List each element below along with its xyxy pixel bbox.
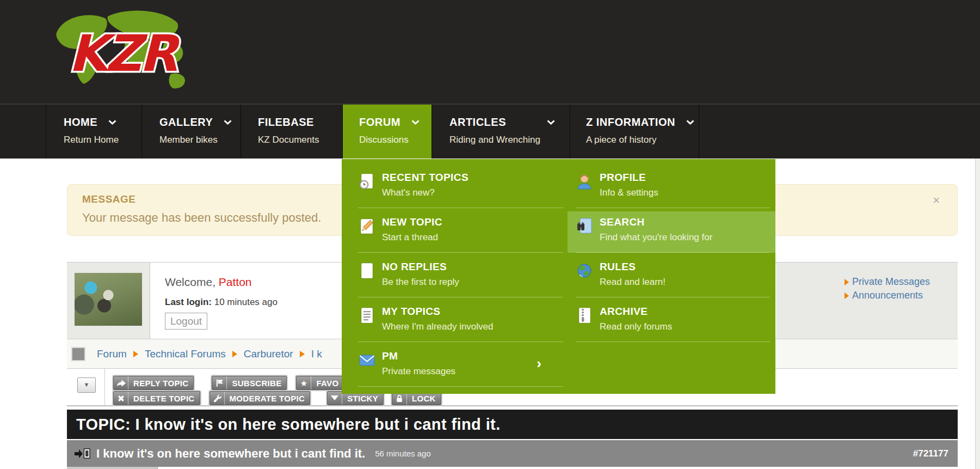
breadcrumb-forum[interactable]: Forum <box>97 348 127 360</box>
link-label: Announcements <box>852 290 923 301</box>
nav-label: FORUM <box>359 116 400 129</box>
topic-header-bar: TOPIC: I know it's on here somewhere but… <box>67 410 958 439</box>
username[interactable]: Patton <box>219 276 252 288</box>
nav-items: HOME Return Home GALLERY Member bikes FI… <box>46 105 699 159</box>
nav-item-forum[interactable]: FORUM Discussions <box>342 105 432 159</box>
no-replies-icon <box>358 261 382 281</box>
menu-item-title: PROFILE <box>600 172 658 184</box>
nav-item-home[interactable]: HOME Return Home <box>46 105 141 159</box>
nav-item-z-information[interactable]: Z INFORMATION A piece of history <box>570 105 699 159</box>
my-topics-icon <box>358 306 382 326</box>
menu-item-subtitle: Private messages <box>382 366 455 377</box>
menu-item-title: NO REPLIES <box>382 261 459 273</box>
last-login-label: Last login: <box>165 297 212 307</box>
unread-post-icon[interactable] <box>74 447 90 460</box>
topic-row-id: #721177 <box>913 448 948 459</box>
scrollbar-track[interactable] <box>975 159 980 469</box>
menu-item-recent-topics[interactable]: RECENT TOPICS What's new? <box>358 163 563 208</box>
menu-item-texts: RECENT TOPICS What's new? <box>382 172 469 198</box>
arrow-right-icon <box>845 279 849 285</box>
menu-item-title: RECENT TOPICS <box>382 172 469 184</box>
profile-icon <box>576 172 600 192</box>
chevron-right-icon: › <box>537 356 541 370</box>
subscribe-button[interactable]: SUBSCRIBE <box>212 376 287 390</box>
nav-item-gallery[interactable]: GALLERY Member bikes <box>141 105 241 159</box>
logout-button[interactable]: Logout <box>165 313 207 330</box>
menu-item-subtitle: What's new? <box>382 187 469 198</box>
private-messages-link[interactable]: Private Messages <box>845 275 930 289</box>
menu-item-new-topic[interactable]: NEW TOPIC Start a thread <box>358 208 563 253</box>
nav-sublabel: Return Home <box>64 135 141 145</box>
last-login-line: Last login: 10 minutes ago <box>165 297 278 308</box>
menu-item-search[interactable]: SEARCH Find what you're looking for <box>576 208 770 253</box>
button-label: SUBSCRIBE <box>227 379 286 388</box>
delete-topic-button[interactable]: DELETE TOPIC <box>113 391 200 405</box>
menu-item-title: NEW TOPIC <box>382 216 442 228</box>
avatar[interactable] <box>75 273 142 326</box>
menu-item-pm[interactable]: PM Private messages › <box>358 342 563 387</box>
reply-arrow-icon <box>114 376 128 389</box>
menu-item-subtitle: Info & settings <box>600 187 658 198</box>
nav-item-articles[interactable]: ARTICLES Riding and Wrenching <box>432 105 570 159</box>
avatar-cell <box>67 263 150 339</box>
chevron-down-icon <box>108 120 116 125</box>
menu-item-title: MY TOPICS <box>382 306 494 318</box>
menu-item-texts: SEARCH Find what you're looking for <box>600 216 712 243</box>
rules-globe-icon <box>576 261 600 281</box>
message-title: MESSAGE <box>82 193 136 205</box>
nav-sublabel: Discussions <box>359 135 432 145</box>
nav-sublabel: Riding and Wrenching <box>449 135 570 145</box>
menu-item-archive[interactable]: ARCHIVE Read only forums <box>576 297 770 342</box>
chevron-down-icon <box>411 120 420 125</box>
breadcrumb-arrow-icon <box>232 351 237 357</box>
topic-row: I know it's on here somewhere but i cant… <box>67 440 958 467</box>
quick-links-cell: Private Messages Announcements <box>776 263 958 339</box>
menu-item-texts: PM Private messages <box>382 350 455 377</box>
menu-item-rules[interactable]: RULES Read and learn! <box>576 253 770 297</box>
dropdown-right-column: PROFILE Info & settings SEARCH Find what… <box>576 163 770 342</box>
menu-item-texts: NO REPLIES Be the first to reply <box>382 261 459 288</box>
breadcrumb-arrow-icon <box>300 351 305 357</box>
forum-square-icon[interactable] <box>72 348 84 360</box>
kzr-logo-text: KZR <box>69 25 181 83</box>
welcome-line: Welcome, Patton <box>165 276 252 289</box>
toolbar-left-cell: ▼ <box>67 369 105 405</box>
menu-item-title: ARCHIVE <box>600 306 672 318</box>
breadcrumb-carburetor[interactable]: Carburetor <box>244 348 293 360</box>
nav-item-filebase[interactable]: FILEBASE KZ Documents <box>241 105 342 159</box>
wrench-icon <box>210 392 225 405</box>
toolbar-dropdown-button[interactable]: ▼ <box>77 377 96 393</box>
menu-item-profile[interactable]: PROFILE Info & settings <box>576 163 770 208</box>
menu-item-title: RULES <box>600 261 665 273</box>
close-icon[interactable]: × <box>933 194 940 206</box>
topic-header-text: TOPIC: I know it's on here somewhere but… <box>76 416 501 434</box>
breadcrumb-current-topic[interactable]: I k <box>311 348 322 360</box>
chevron-down-icon <box>686 120 694 125</box>
menu-item-no-replies[interactable]: NO REPLIES Be the first to reply <box>358 253 563 297</box>
chevron-down-icon <box>547 120 555 125</box>
menu-item-texts: NEW TOPIC Start a thread <box>382 216 442 243</box>
nav-label: HOME <box>64 116 97 129</box>
topic-row-title[interactable]: I know it's on here somewhere but i cant… <box>96 447 365 461</box>
archive-icon <box>576 306 600 326</box>
moderate-topic-button[interactable]: MODERATE TOPIC <box>209 391 311 405</box>
menu-item-subtitle: Start a thread <box>382 232 442 243</box>
next-row-avatar-cell <box>67 467 158 469</box>
star-icon: ★ <box>297 376 311 389</box>
button-label: MODERATE TOPIC <box>225 394 310 403</box>
announcements-link[interactable]: Announcements <box>845 289 930 302</box>
breadcrumb-technical-forums[interactable]: Technical Forums <box>145 348 226 360</box>
pm-envelope-icon <box>358 351 382 370</box>
recent-topics-icon <box>358 172 382 192</box>
kzr-logo[interactable]: KZR <box>47 4 194 98</box>
menu-item-subtitle: Read only forums <box>600 321 672 332</box>
menu-item-my-topics[interactable]: MY TOPICS Where I'm already involved <box>358 297 563 342</box>
menu-item-subtitle: Find what you're looking for <box>600 232 712 243</box>
button-label: REPLY TOPIC <box>128 379 193 388</box>
next-row-sliver <box>67 467 958 469</box>
page-root: { "brand": {"logo_text": "KZR"}, "nav": … <box>0 0 980 469</box>
reply-topic-button[interactable]: REPLY TOPIC <box>113 376 194 390</box>
nav-label: FILEBASE <box>258 116 314 129</box>
nav-sublabel: Member bikes <box>159 135 241 145</box>
menu-item-texts: RULES Read and learn! <box>600 261 665 288</box>
